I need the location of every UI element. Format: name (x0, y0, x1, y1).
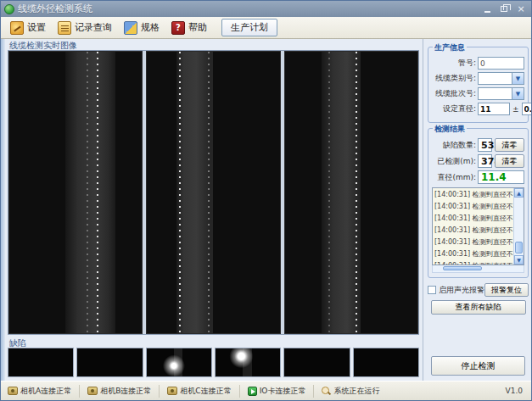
cable-edge-speckle (87, 52, 88, 333)
specs-icon (124, 21, 137, 35)
scrollbar-thumb[interactable] (515, 242, 523, 253)
cable-batch-select[interactable]: ▼ (478, 87, 524, 100)
status-camera-a-text: 相机A连接正常 (20, 386, 71, 397)
alarm-row: 启用声光报警 报警复位 (428, 283, 529, 297)
camera-c-view (284, 51, 418, 334)
diameter-value: 11.4 (478, 170, 524, 184)
log-entry: [14:00:31] 检测到直径不合格 (433, 212, 513, 224)
log-entry: [14:00:31] 检测到直径不合格 (433, 188, 513, 200)
toolbar-label-specs: 规格 (141, 21, 160, 34)
set-diameter-field[interactable] (478, 103, 510, 115)
toolbar-label-settings: 设置 (27, 21, 46, 34)
window-title: 线缆外径检测系统 (18, 3, 477, 15)
set-diameter-label: 设定直径: (432, 103, 476, 114)
app-window: 线缆外径检测系统 × 设置 记录查询 规格 帮助 生产计划 线缆检测实时图像 (0, 0, 532, 401)
toolbar-item-help[interactable]: 帮助 (169, 19, 210, 36)
log-entry: [14:00:31] 检测到直径不合格 (433, 200, 513, 212)
log-horizontal-scrollbar[interactable] (432, 265, 524, 273)
camera-icon (8, 387, 18, 395)
defect-blob (147, 348, 211, 376)
cable-type-value (479, 73, 512, 84)
defect-thumbnail-4[interactable] (215, 348, 281, 377)
left-edge-strip (1, 39, 5, 381)
status-camera-b-text: 相机B连接正常 (100, 386, 151, 397)
defect-count-value: 53209 (478, 138, 492, 152)
status-io-card-text: IO卡连接正常 (260, 386, 306, 397)
chevron-down-icon[interactable]: ▼ (512, 73, 524, 84)
settings-icon (10, 21, 24, 35)
scroll-down-icon[interactable]: ▼ (514, 255, 524, 265)
status-io-card: IO卡连接正常 (240, 385, 315, 398)
defect-thumbnail-strip (8, 348, 419, 377)
stop-detection-button[interactable]: 停止检测 (431, 356, 525, 376)
production-info-group: 生产信息 管号: 线缆类别号: ▼ 线缆批次号: ▼ 设定直径: (428, 47, 529, 123)
defect-thumbnail-1[interactable] (8, 348, 74, 377)
toolbar-item-records[interactable]: 记录查询 (55, 19, 115, 36)
records-icon (58, 21, 71, 35)
status-camera-b: 相机B连接正常 (80, 385, 160, 398)
defect-thumbnail-2[interactable] (76, 348, 143, 377)
defect-blob (216, 348, 280, 376)
status-system-running: 系统正在运行 (314, 385, 387, 398)
toolbar-label-help: 帮助 (188, 21, 207, 34)
toolbar-label-records: 记录查询 (75, 21, 112, 34)
camera-icon (167, 387, 177, 395)
status-system-running-text: 系统正在运行 (333, 386, 379, 397)
app-icon (4, 4, 14, 14)
cable-type-select[interactable]: ▼ (478, 72, 524, 85)
tolerance-field[interactable] (522, 103, 532, 115)
scrollbar-thumb[interactable] (443, 266, 482, 270)
production-plan-button[interactable]: 生产计划 (221, 19, 277, 36)
tube-no-field[interactable] (478, 57, 524, 70)
log-vertical-scrollbar[interactable]: ▲ ▼ (513, 188, 524, 265)
side-panel: 生产信息 管号: 线缆类别号: ▼ 线缆批次号: ▼ 设定直径: (423, 39, 532, 381)
status-camera-a: 相机A连接正常 (6, 385, 80, 398)
magnifier-icon (322, 387, 331, 396)
cable-batch-value (479, 88, 512, 99)
help-icon (171, 21, 185, 35)
tube-no-label: 管号: (432, 58, 476, 69)
production-info-header: 生产信息 (433, 42, 467, 53)
log-entry: [14:00:31] 检测到直径不合格 (433, 236, 513, 248)
view-all-defects-button[interactable]: 查看所有缺陷 (431, 300, 526, 315)
measured-length-value: 3783.3 (478, 154, 492, 168)
measured-length-label: 已检测(m): (432, 156, 476, 167)
toolbar-item-specs[interactable]: 规格 (121, 19, 162, 36)
toolbar: 设置 记录查询 规格 帮助 生产计划 (1, 17, 531, 39)
chevron-down-icon[interactable]: ▼ (512, 88, 524, 99)
titlebar: 线缆外径检测系统 × (1, 1, 531, 17)
toolbar-item-settings[interactable]: 设置 (8, 19, 48, 36)
defect-thumbnail-6[interactable] (353, 348, 419, 377)
cable-type-label: 线缆类别号: (432, 73, 476, 84)
detection-log-list[interactable]: [14:00:31] 检测到直径不合格 [14:00:31] 检测到直径不合格 … (432, 187, 524, 265)
live-image-area (8, 50, 419, 335)
alarm-checkbox[interactable] (428, 286, 436, 294)
camera-icon (87, 387, 98, 395)
cable-edge-speckle (356, 52, 357, 333)
cable-edge-speckle (208, 52, 210, 333)
clear-measured-length-button[interactable]: 清零 (495, 154, 524, 168)
close-button[interactable]: × (514, 3, 528, 14)
restore-button[interactable] (497, 3, 511, 14)
camera-b-view (146, 51, 280, 334)
defect-thumbnail-3[interactable] (146, 348, 212, 377)
detection-result-header: 检测结果 (433, 124, 467, 135)
log-entry: [14:00:31] 检测到直径不合格 (433, 248, 513, 259)
detection-result-group: 检测结果 缺陷数量: 53209 清零 已检测(m): 3783.3 清零 直径… (428, 128, 529, 278)
alarm-reset-button[interactable]: 报警复位 (484, 283, 529, 297)
status-camera-c-text: 相机C连接正常 (180, 386, 231, 397)
restore-icon (501, 6, 507, 12)
minimize-button[interactable] (480, 3, 494, 14)
defect-thumbnail-5[interactable] (283, 348, 350, 377)
cable-batch-label: 线缆批次号: (432, 88, 476, 99)
alarm-checkbox-label[interactable]: 启用声光报警 (439, 285, 484, 296)
cable-edge-speckle (179, 52, 181, 333)
defect-count-label: 缺陷数量: (432, 140, 476, 151)
scroll-up-icon[interactable]: ▲ (514, 188, 524, 198)
statusbar: 相机A连接正常 相机B连接正常 相机C连接正常 IO卡连接正常 系统正在运行 V… (1, 381, 531, 400)
cable-edge-speckle (328, 52, 330, 333)
camera-a-view (8, 51, 143, 334)
clear-defect-count-button[interactable]: 清零 (495, 138, 524, 152)
cable-edge-speckle (97, 52, 98, 333)
log-entry: [14:00:31] 检测到直径不合格 (433, 259, 513, 265)
